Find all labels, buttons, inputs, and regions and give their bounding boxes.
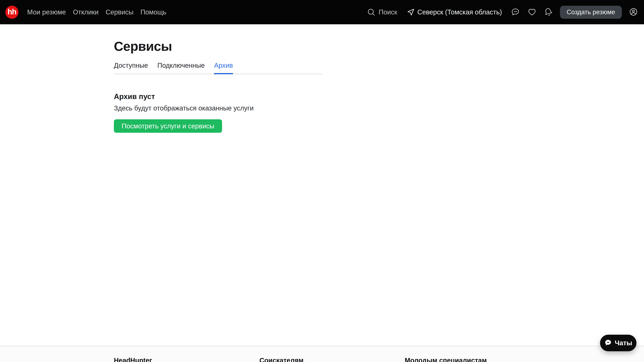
hh-logo[interactable]: hh bbox=[5, 6, 18, 19]
bell-icon bbox=[543, 6, 554, 18]
footer-column-applicants[interactable]: Соискателям bbox=[260, 357, 304, 362]
search-button[interactable]: Поиск bbox=[367, 8, 397, 16]
tab-archive[interactable]: Архив bbox=[214, 62, 233, 73]
location-selector[interactable]: Северск (Томская область) bbox=[407, 8, 502, 16]
create-resume-button[interactable]: Создать резюме bbox=[560, 6, 622, 19]
chats-label: Чаты bbox=[615, 339, 632, 347]
hh-logo-text: hh bbox=[8, 7, 16, 16]
chats-bubble-icon bbox=[604, 339, 612, 347]
archive-empty-state: Архив пуст Здесь будут отображаться оказ… bbox=[114, 92, 644, 133]
top-nav: hh Мои резюме Отклики Сервисы Помощь Пои… bbox=[0, 0, 644, 24]
nav-right: Поиск Северск (Томская область) bbox=[367, 6, 638, 19]
empty-state-subtitle: Здесь будут отображаться оказанные услуг… bbox=[114, 104, 644, 112]
search-icon bbox=[367, 8, 376, 16]
heart-icon bbox=[528, 7, 536, 17]
profile-icon bbox=[629, 7, 638, 17]
tab-connected[interactable]: Подключенные bbox=[157, 62, 204, 73]
location-arrow-icon bbox=[407, 8, 415, 16]
chat-bubble-icon bbox=[511, 7, 520, 17]
tab-available[interactable]: Доступные bbox=[114, 62, 148, 73]
main-menu: Мои резюме Отклики Сервисы Помощь bbox=[27, 8, 166, 16]
notifications-button[interactable] bbox=[544, 7, 553, 17]
footer-column-young-specialists[interactable]: Молодым специалистам bbox=[405, 357, 487, 362]
location-label: Северск (Томская область) bbox=[418, 8, 502, 16]
favorites-button[interactable] bbox=[527, 7, 537, 17]
page-footer: HeadHunter Соискателям Молодым специалис… bbox=[0, 346, 644, 362]
messages-button[interactable] bbox=[511, 7, 520, 17]
search-label: Поиск bbox=[379, 8, 397, 16]
services-tabs: Доступные Подключенные Архив bbox=[114, 62, 322, 74]
menu-item-help[interactable]: Помощь bbox=[140, 8, 166, 16]
page-title: Сервисы bbox=[114, 39, 644, 54]
chats-widget-button[interactable]: Чаты bbox=[600, 335, 636, 351]
view-services-button[interactable]: Посмотреть услуги и сервисы bbox=[114, 119, 222, 133]
menu-item-responses[interactable]: Отклики bbox=[73, 8, 98, 16]
main-content: Сервисы Доступные Подключенные Архив Арх… bbox=[0, 39, 644, 133]
menu-item-services[interactable]: Сервисы bbox=[106, 8, 134, 16]
profile-button[interactable] bbox=[628, 7, 638, 17]
menu-item-my-resumes[interactable]: Мои резюме bbox=[27, 8, 66, 16]
footer-column-headhunter[interactable]: HeadHunter bbox=[114, 357, 152, 362]
empty-state-title: Архив пуст bbox=[114, 92, 644, 101]
